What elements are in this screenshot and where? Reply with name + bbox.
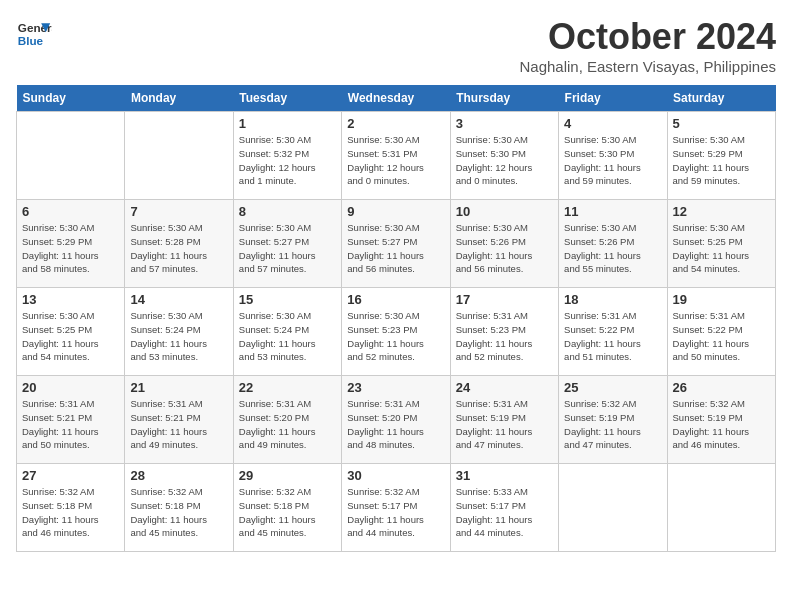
day-info: Sunrise: 5:31 AM Sunset: 5:23 PM Dayligh… <box>456 309 553 364</box>
day-number: 28 <box>130 468 227 483</box>
day-header-thursday: Thursday <box>450 85 558 112</box>
day-number: 21 <box>130 380 227 395</box>
calendar-cell: 16Sunrise: 5:30 AM Sunset: 5:23 PM Dayli… <box>342 288 450 376</box>
day-number: 10 <box>456 204 553 219</box>
day-info: Sunrise: 5:31 AM Sunset: 5:20 PM Dayligh… <box>239 397 336 452</box>
day-info: Sunrise: 5:30 AM Sunset: 5:30 PM Dayligh… <box>456 133 553 188</box>
day-info: Sunrise: 5:32 AM Sunset: 5:19 PM Dayligh… <box>673 397 770 452</box>
day-number: 9 <box>347 204 444 219</box>
day-header-sunday: Sunday <box>17 85 125 112</box>
calendar-week-2: 6Sunrise: 5:30 AM Sunset: 5:29 PM Daylig… <box>17 200 776 288</box>
calendar-cell: 8Sunrise: 5:30 AM Sunset: 5:27 PM Daylig… <box>233 200 341 288</box>
day-info: Sunrise: 5:32 AM Sunset: 5:19 PM Dayligh… <box>564 397 661 452</box>
day-info: Sunrise: 5:30 AM Sunset: 5:26 PM Dayligh… <box>456 221 553 276</box>
day-header-saturday: Saturday <box>667 85 775 112</box>
calendar-cell: 14Sunrise: 5:30 AM Sunset: 5:24 PM Dayli… <box>125 288 233 376</box>
day-number: 14 <box>130 292 227 307</box>
calendar-cell: 10Sunrise: 5:30 AM Sunset: 5:26 PM Dayli… <box>450 200 558 288</box>
day-number: 24 <box>456 380 553 395</box>
day-number: 1 <box>239 116 336 131</box>
day-number: 11 <box>564 204 661 219</box>
calendar-cell: 12Sunrise: 5:30 AM Sunset: 5:25 PM Dayli… <box>667 200 775 288</box>
calendar-cell: 17Sunrise: 5:31 AM Sunset: 5:23 PM Dayli… <box>450 288 558 376</box>
day-number: 27 <box>22 468 119 483</box>
day-number: 15 <box>239 292 336 307</box>
day-info: Sunrise: 5:30 AM Sunset: 5:24 PM Dayligh… <box>239 309 336 364</box>
calendar-cell: 24Sunrise: 5:31 AM Sunset: 5:19 PM Dayli… <box>450 376 558 464</box>
day-number: 17 <box>456 292 553 307</box>
calendar-cell: 20Sunrise: 5:31 AM Sunset: 5:21 PM Dayli… <box>17 376 125 464</box>
calendar-cell <box>667 464 775 552</box>
day-info: Sunrise: 5:32 AM Sunset: 5:18 PM Dayligh… <box>239 485 336 540</box>
day-number: 18 <box>564 292 661 307</box>
day-number: 12 <box>673 204 770 219</box>
logo-icon: General Blue <box>16 16 52 52</box>
day-info: Sunrise: 5:31 AM Sunset: 5:20 PM Dayligh… <box>347 397 444 452</box>
title-area: October 2024 Naghalin, Eastern Visayas, … <box>519 16 776 75</box>
calendar-cell <box>17 112 125 200</box>
calendar-cell: 25Sunrise: 5:32 AM Sunset: 5:19 PM Dayli… <box>559 376 667 464</box>
location-title: Naghalin, Eastern Visayas, Philippines <box>519 58 776 75</box>
day-info: Sunrise: 5:32 AM Sunset: 5:18 PM Dayligh… <box>130 485 227 540</box>
day-info: Sunrise: 5:30 AM Sunset: 5:25 PM Dayligh… <box>22 309 119 364</box>
day-number: 23 <box>347 380 444 395</box>
day-info: Sunrise: 5:30 AM Sunset: 5:29 PM Dayligh… <box>22 221 119 276</box>
day-header-monday: Monday <box>125 85 233 112</box>
day-number: 26 <box>673 380 770 395</box>
day-header-wednesday: Wednesday <box>342 85 450 112</box>
calendar-cell: 30Sunrise: 5:32 AM Sunset: 5:17 PM Dayli… <box>342 464 450 552</box>
day-info: Sunrise: 5:30 AM Sunset: 5:32 PM Dayligh… <box>239 133 336 188</box>
calendar-cell: 4Sunrise: 5:30 AM Sunset: 5:30 PM Daylig… <box>559 112 667 200</box>
day-number: 6 <box>22 204 119 219</box>
day-info: Sunrise: 5:31 AM Sunset: 5:19 PM Dayligh… <box>456 397 553 452</box>
calendar-cell: 23Sunrise: 5:31 AM Sunset: 5:20 PM Dayli… <box>342 376 450 464</box>
calendar-cell: 9Sunrise: 5:30 AM Sunset: 5:27 PM Daylig… <box>342 200 450 288</box>
day-number: 19 <box>673 292 770 307</box>
day-info: Sunrise: 5:30 AM Sunset: 5:23 PM Dayligh… <box>347 309 444 364</box>
calendar-cell: 13Sunrise: 5:30 AM Sunset: 5:25 PM Dayli… <box>17 288 125 376</box>
calendar-week-3: 13Sunrise: 5:30 AM Sunset: 5:25 PM Dayli… <box>17 288 776 376</box>
calendar-week-1: 1Sunrise: 5:30 AM Sunset: 5:32 PM Daylig… <box>17 112 776 200</box>
calendar-cell: 22Sunrise: 5:31 AM Sunset: 5:20 PM Dayli… <box>233 376 341 464</box>
month-title: October 2024 <box>519 16 776 58</box>
calendar-cell: 6Sunrise: 5:30 AM Sunset: 5:29 PM Daylig… <box>17 200 125 288</box>
calendar-week-5: 27Sunrise: 5:32 AM Sunset: 5:18 PM Dayli… <box>17 464 776 552</box>
day-info: Sunrise: 5:30 AM Sunset: 5:24 PM Dayligh… <box>130 309 227 364</box>
day-info: Sunrise: 5:30 AM Sunset: 5:29 PM Dayligh… <box>673 133 770 188</box>
header-row: SundayMondayTuesdayWednesdayThursdayFrid… <box>17 85 776 112</box>
day-number: 7 <box>130 204 227 219</box>
day-info: Sunrise: 5:30 AM Sunset: 5:27 PM Dayligh… <box>239 221 336 276</box>
calendar-cell: 27Sunrise: 5:32 AM Sunset: 5:18 PM Dayli… <box>17 464 125 552</box>
calendar-cell: 7Sunrise: 5:30 AM Sunset: 5:28 PM Daylig… <box>125 200 233 288</box>
day-number: 5 <box>673 116 770 131</box>
day-info: Sunrise: 5:30 AM Sunset: 5:30 PM Dayligh… <box>564 133 661 188</box>
day-info: Sunrise: 5:31 AM Sunset: 5:22 PM Dayligh… <box>673 309 770 364</box>
calendar-cell: 3Sunrise: 5:30 AM Sunset: 5:30 PM Daylig… <box>450 112 558 200</box>
day-number: 25 <box>564 380 661 395</box>
day-info: Sunrise: 5:31 AM Sunset: 5:21 PM Dayligh… <box>130 397 227 452</box>
day-info: Sunrise: 5:30 AM Sunset: 5:28 PM Dayligh… <box>130 221 227 276</box>
day-number: 29 <box>239 468 336 483</box>
day-info: Sunrise: 5:30 AM Sunset: 5:27 PM Dayligh… <box>347 221 444 276</box>
calendar-cell: 28Sunrise: 5:32 AM Sunset: 5:18 PM Dayli… <box>125 464 233 552</box>
calendar-cell: 31Sunrise: 5:33 AM Sunset: 5:17 PM Dayli… <box>450 464 558 552</box>
day-number: 22 <box>239 380 336 395</box>
day-number: 4 <box>564 116 661 131</box>
calendar-cell: 26Sunrise: 5:32 AM Sunset: 5:19 PM Dayli… <box>667 376 775 464</box>
day-info: Sunrise: 5:33 AM Sunset: 5:17 PM Dayligh… <box>456 485 553 540</box>
day-info: Sunrise: 5:30 AM Sunset: 5:31 PM Dayligh… <box>347 133 444 188</box>
day-number: 16 <box>347 292 444 307</box>
day-number: 31 <box>456 468 553 483</box>
calendar-cell: 21Sunrise: 5:31 AM Sunset: 5:21 PM Dayli… <box>125 376 233 464</box>
calendar-cell: 18Sunrise: 5:31 AM Sunset: 5:22 PM Dayli… <box>559 288 667 376</box>
day-info: Sunrise: 5:31 AM Sunset: 5:22 PM Dayligh… <box>564 309 661 364</box>
logo: General Blue <box>16 16 52 52</box>
calendar-cell: 1Sunrise: 5:30 AM Sunset: 5:32 PM Daylig… <box>233 112 341 200</box>
day-number: 8 <box>239 204 336 219</box>
calendar-cell: 11Sunrise: 5:30 AM Sunset: 5:26 PM Dayli… <box>559 200 667 288</box>
day-number: 2 <box>347 116 444 131</box>
calendar-table: SundayMondayTuesdayWednesdayThursdayFrid… <box>16 85 776 552</box>
day-number: 20 <box>22 380 119 395</box>
day-info: Sunrise: 5:32 AM Sunset: 5:18 PM Dayligh… <box>22 485 119 540</box>
calendar-cell: 15Sunrise: 5:30 AM Sunset: 5:24 PM Dayli… <box>233 288 341 376</box>
